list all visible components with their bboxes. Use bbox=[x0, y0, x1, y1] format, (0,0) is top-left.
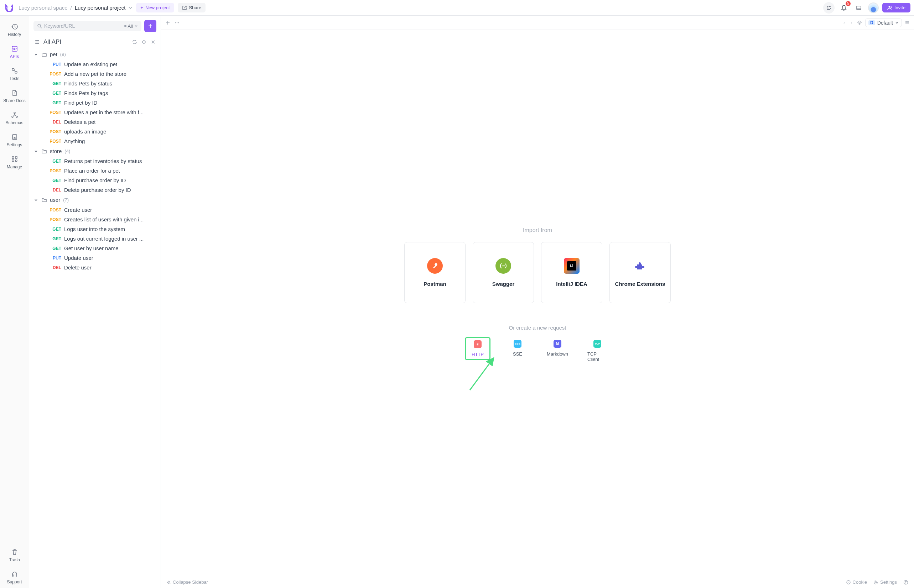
endpoint-label: uploads an image bbox=[64, 129, 106, 134]
method-badge: DEL bbox=[45, 120, 61, 124]
intellij-label: IntelliJ IDEA bbox=[556, 281, 587, 287]
share-button[interactable]: Share bbox=[178, 3, 206, 13]
endpoint-item[interactable]: GETReturns pet inventories by status bbox=[29, 156, 160, 166]
endpoint-item[interactable]: POSTCreates list of users with given i..… bbox=[29, 215, 160, 224]
endpoint-item[interactable]: DELDeletes a pet bbox=[29, 117, 160, 127]
env-settings-icon[interactable] bbox=[857, 20, 862, 26]
notifications-button[interactable]: 5 bbox=[838, 2, 849, 13]
endpoint-item[interactable]: PUTUpdate an existing pet bbox=[29, 60, 160, 69]
rail-schemas[interactable]: Schemas bbox=[0, 108, 29, 129]
folder-name: store bbox=[50, 148, 62, 154]
svg-point-24 bbox=[504, 265, 505, 266]
method-badge: DEL bbox=[45, 187, 61, 192]
layout-menu-icon[interactable] bbox=[905, 20, 910, 25]
endpoint-label: Create user bbox=[64, 207, 92, 213]
panel-button[interactable] bbox=[853, 2, 864, 13]
invite-button[interactable]: Invite bbox=[882, 3, 911, 13]
endpoint-item[interactable]: POSTAdd a new pet to the store bbox=[29, 69, 160, 79]
collapse-sidebar-button[interactable]: Collapse Sidebar bbox=[167, 580, 208, 585]
search-input[interactable] bbox=[44, 23, 122, 29]
endpoint-item[interactable]: GETFinds Pets by status bbox=[29, 79, 160, 88]
app-logo[interactable] bbox=[3, 2, 15, 13]
tab-next-button[interactable]: › bbox=[849, 20, 854, 26]
add-api-button[interactable]: + bbox=[144, 20, 156, 32]
create-markdown-button[interactable]: M Markdown bbox=[545, 337, 570, 360]
endpoint-item[interactable]: POSTAnything bbox=[29, 136, 160, 146]
folder-name: user bbox=[50, 197, 60, 203]
svg-rect-13 bbox=[15, 157, 17, 158]
create-tcp-button[interactable]: TCP TCP Client bbox=[585, 337, 610, 365]
list-icon[interactable] bbox=[34, 39, 40, 45]
chevron-down-icon bbox=[134, 24, 138, 28]
rail-trash[interactable]: Trash bbox=[0, 544, 29, 566]
endpoint-item[interactable]: DELDelete user bbox=[29, 263, 160, 272]
rail-tests[interactable]: Tests bbox=[0, 63, 29, 85]
endpoint-item[interactable]: GETLogs user into the system bbox=[29, 224, 160, 234]
chevron-down-icon[interactable] bbox=[128, 6, 133, 10]
method-badge: GET bbox=[45, 159, 61, 164]
new-project-button[interactable]: + New project bbox=[136, 3, 174, 13]
endpoint-item[interactable]: PUTUpdate user bbox=[29, 253, 160, 263]
env-label: Default bbox=[877, 20, 893, 26]
refresh-icon[interactable] bbox=[132, 39, 137, 45]
chrome-extension-icon bbox=[632, 258, 648, 274]
import-intellij-card[interactable]: IJ IntelliJ IDEA bbox=[541, 242, 602, 303]
endpoint-item[interactable]: DELDelete purchase order by ID bbox=[29, 185, 160, 195]
method-badge: POST bbox=[45, 110, 61, 115]
rail-manage[interactable]: Manage bbox=[0, 152, 29, 173]
rail-support[interactable]: Support bbox=[0, 567, 29, 588]
svg-point-7 bbox=[14, 112, 15, 113]
endpoint-item[interactable]: GETFinds Pets by tags bbox=[29, 88, 160, 98]
endpoint-item[interactable]: GETGet user by user name bbox=[29, 244, 160, 253]
import-chrome-card[interactable]: Chrome Extensions bbox=[609, 242, 671, 303]
endpoint-item[interactable]: GETFind purchase order by ID bbox=[29, 176, 160, 185]
rail-history[interactable]: History bbox=[0, 19, 29, 40]
endpoint-item[interactable]: POSTUpdates a pet in the store with f... bbox=[29, 108, 160, 117]
sync-button[interactable] bbox=[823, 2, 835, 13]
rail-settings[interactable]: Settings bbox=[0, 129, 29, 151]
share-docs-icon bbox=[11, 89, 18, 97]
search-filter[interactable]: All bbox=[124, 24, 138, 29]
environment-selector[interactable]: D Default bbox=[865, 18, 902, 27]
filter-dot-icon bbox=[124, 25, 126, 27]
folder-pet[interactable]: pet (9) bbox=[29, 49, 160, 60]
breadcrumb-space[interactable]: Lucy personal space bbox=[18, 5, 68, 11]
tcp-label: TCP Client bbox=[587, 351, 607, 362]
import-postman-card[interactable]: Postman bbox=[404, 242, 465, 303]
import-swagger-card[interactable]: Swagger bbox=[473, 242, 534, 303]
cookie-button[interactable]: Cookie bbox=[846, 580, 867, 585]
new-tab-button[interactable] bbox=[165, 20, 170, 25]
rail-share-docs[interactable]: Share Docs bbox=[0, 86, 29, 107]
method-badge: GET bbox=[45, 236, 61, 241]
all-api-title[interactable]: All API bbox=[44, 39, 61, 45]
tab-more-button[interactable] bbox=[175, 20, 180, 25]
search-box[interactable]: All bbox=[34, 21, 141, 31]
env-badge: D bbox=[869, 20, 875, 25]
avatar[interactable] bbox=[868, 3, 879, 13]
endpoint-label: Update an existing pet bbox=[64, 61, 117, 67]
rail-apis[interactable]: APIs bbox=[0, 41, 29, 63]
create-sse-button[interactable]: SSE SSE bbox=[505, 337, 530, 360]
create-http-button[interactable]: HTTP bbox=[465, 337, 491, 360]
endpoint-item[interactable]: GETLogs out current logged in user ... bbox=[29, 234, 160, 244]
footer-settings-button[interactable]: Settings bbox=[873, 580, 897, 585]
method-badge: POST bbox=[45, 71, 61, 76]
endpoint-item[interactable]: POSTCreate user bbox=[29, 205, 160, 215]
endpoint-label: Deletes a pet bbox=[64, 119, 96, 125]
sse-icon: SSE bbox=[514, 340, 522, 348]
endpoint-item[interactable]: GETFind pet by ID bbox=[29, 98, 160, 108]
breadcrumb-project[interactable]: Lucy personal project bbox=[75, 5, 126, 11]
endpoint-item[interactable]: POSTPlace an order for a pet bbox=[29, 166, 160, 176]
collapse-all-icon[interactable] bbox=[151, 39, 156, 45]
rail-history-label: History bbox=[8, 32, 21, 37]
folder-store[interactable]: store (4) bbox=[29, 146, 160, 156]
folder-user[interactable]: user (7) bbox=[29, 195, 160, 205]
locate-icon[interactable] bbox=[141, 39, 146, 45]
help-button[interactable] bbox=[903, 580, 908, 585]
http-icon bbox=[474, 340, 481, 348]
endpoint-item[interactable]: POSTuploads an image bbox=[29, 127, 160, 136]
svg-rect-0 bbox=[857, 6, 861, 10]
svg-point-31 bbox=[906, 583, 906, 583]
tab-prev-button[interactable]: ‹ bbox=[842, 20, 847, 26]
import-from-label: Import from bbox=[523, 227, 552, 234]
